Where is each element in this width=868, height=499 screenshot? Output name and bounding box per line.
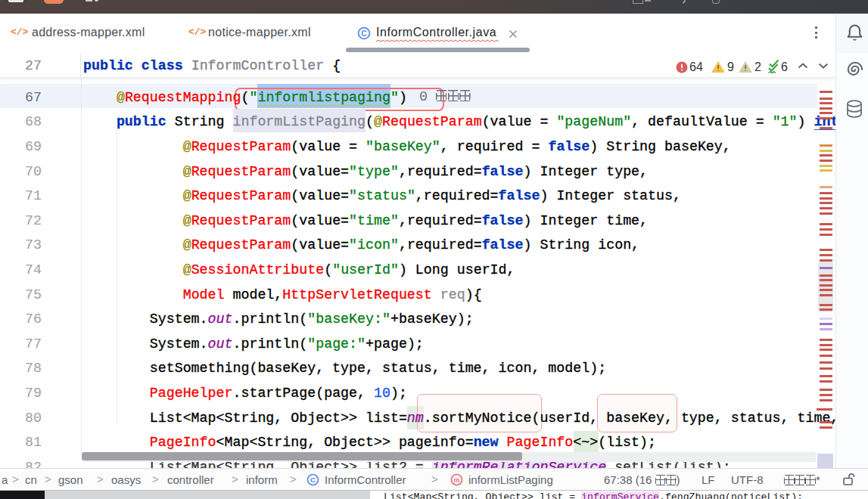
svg-text:m: m xyxy=(454,476,460,484)
svg-text:C: C xyxy=(310,476,316,484)
